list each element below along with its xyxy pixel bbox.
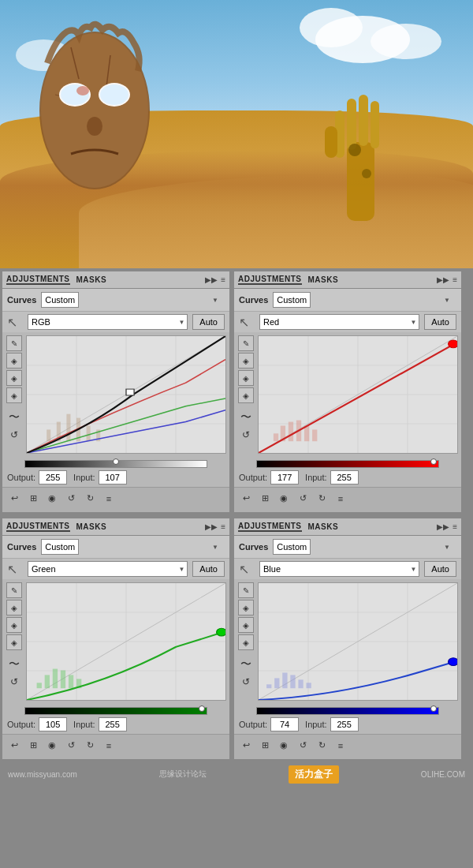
preset-select-blue[interactable]: Custom — [273, 539, 311, 555]
tb-undo-red[interactable]: ↺ — [296, 492, 310, 506]
tb-eye-blue[interactable]: ◉ — [277, 739, 291, 753]
input-value-green[interactable] — [99, 717, 127, 731]
preset-select-green[interactable]: Custom — [41, 539, 79, 555]
input-value-red[interactable] — [330, 470, 359, 485]
channel-select-wrapper-red[interactable]: Red — [259, 314, 419, 330]
auto-button-rgb[interactable]: Auto — [192, 314, 225, 330]
channel-select-green[interactable]: Green — [28, 561, 188, 577]
smooth-tool-red[interactable]: 〜 — [238, 410, 254, 425]
preset-select-wrapper-rgb[interactable]: Custom — [41, 292, 222, 308]
eyedropper1-red[interactable]: ◈ — [238, 353, 254, 369]
auto-button-blue[interactable]: Auto — [424, 561, 456, 577]
tab-adjustments-rgb[interactable]: ADJUSTMENTS — [6, 275, 70, 285]
tb-back-rgb[interactable]: ↩ — [7, 492, 21, 506]
tb-back-blue[interactable]: ↩ — [239, 739, 253, 753]
preset-select-wrapper-green[interactable]: Custom — [41, 539, 222, 555]
forward-icon-rgb[interactable]: ▶▶ — [205, 275, 218, 284]
tb-undo-green[interactable]: ↺ — [64, 739, 78, 753]
tb-grid-red[interactable]: ⊞ — [258, 492, 272, 506]
tb-undo-rgb[interactable]: ↺ — [64, 492, 78, 506]
tab-masks-rgb[interactable]: MASKS — [76, 275, 107, 284]
pencil-tool-rgb[interactable]: ✎ — [6, 335, 22, 351]
auto-button-red[interactable]: Auto — [424, 314, 456, 330]
tb-menu-blue[interactable]: ≡ — [333, 739, 348, 753]
tb-eye-red[interactable]: ◉ — [277, 492, 291, 506]
preset-select-red[interactable]: Custom — [273, 292, 311, 308]
forward-icon-red[interactable]: ▶▶ — [437, 275, 449, 284]
smooth-tool-blue[interactable]: 〜 — [238, 657, 254, 672]
menu-icon-rgb[interactable]: ≡ — [221, 275, 225, 284]
reset-tool-red[interactable]: ↺ — [238, 427, 254, 443]
tab-adjustments-green[interactable]: ADJUSTMENTS — [6, 522, 70, 532]
tb-back-red[interactable]: ↩ — [239, 492, 253, 506]
tab-masks-blue[interactable]: MASKS — [308, 522, 339, 531]
eyedropper1-green[interactable]: ◈ — [6, 600, 22, 615]
hand-figure — [307, 79, 410, 221]
reset-tool-rgb[interactable]: ↺ — [6, 427, 22, 443]
menu-icon-green[interactable]: ≡ — [221, 522, 225, 531]
reset-tool-blue[interactable]: ↺ — [238, 674, 254, 690]
pencil-tool-blue[interactable]: ✎ — [238, 582, 254, 598]
forward-icon-blue[interactable]: ▶▶ — [437, 522, 449, 531]
tab-adjustments-blue[interactable]: ADJUSTMENTS — [238, 522, 302, 532]
smooth-tool-rgb[interactable]: 〜 — [6, 410, 22, 425]
eyedropper1-blue[interactable]: ◈ — [238, 600, 254, 615]
pencil-tool-green[interactable]: ✎ — [6, 582, 22, 598]
preset-select-wrapper-red[interactable]: Custom — [273, 292, 453, 308]
tb-grid-blue[interactable]: ⊞ — [258, 739, 272, 753]
eyedropper3-green[interactable]: ◈ — [6, 634, 22, 650]
eyedropper3-rgb[interactable]: ◈ — [6, 387, 22, 403]
svg-point-46 — [449, 340, 458, 348]
tb-redo-red[interactable]: ↻ — [315, 492, 329, 506]
channel-select-wrapper-green[interactable]: Green — [28, 561, 188, 577]
tb-eye-rgb[interactable]: ◉ — [45, 492, 59, 506]
tb-menu-red[interactable]: ≡ — [333, 492, 348, 506]
tb-eye-green[interactable]: ◉ — [45, 739, 59, 753]
menu-icon-red[interactable]: ≡ — [453, 275, 457, 284]
channel-select-blue[interactable]: Blue — [259, 561, 419, 577]
output-row-green: Output: Input: — [2, 715, 229, 734]
tb-redo-blue[interactable]: ↻ — [315, 739, 329, 753]
forward-icon-green[interactable]: ▶▶ — [205, 522, 218, 531]
smooth-tool-green[interactable]: 〜 — [6, 657, 22, 672]
tb-redo-rgb[interactable]: ↻ — [83, 492, 97, 506]
input-value-rgb[interactable] — [99, 470, 127, 485]
preset-select-wrapper-blue[interactable]: Custom — [273, 539, 453, 555]
eyedropper3-blue[interactable]: ◈ — [238, 634, 254, 650]
menu-icon-blue[interactable]: ≡ — [453, 522, 457, 531]
svg-rect-30 — [87, 425, 91, 441]
tab-masks-red[interactable]: MASKS — [308, 275, 339, 284]
output-value-red[interactable] — [270, 470, 299, 485]
pencil-tool-red[interactable]: ✎ — [238, 335, 254, 351]
tb-menu-green[interactable]: ≡ — [102, 739, 116, 753]
tb-grid-green[interactable]: ⊞ — [26, 739, 40, 753]
auto-button-green[interactable]: Auto — [192, 561, 225, 577]
eyedropper2-red[interactable]: ◈ — [238, 370, 254, 386]
output-value-rgb[interactable] — [39, 470, 67, 485]
panel-header-green: ADJUSTMENTS MASKS ▶▶ ≡ — [2, 518, 229, 536]
tab-masks-green[interactable]: MASKS — [76, 522, 107, 531]
eyedropper2-blue[interactable]: ◈ — [238, 617, 254, 633]
preset-select-rgb[interactable]: Custom — [41, 292, 79, 308]
channel-select-red[interactable]: Red — [259, 314, 419, 330]
curves-area-rgb: ✎ ◈ ◈ ◈ 〜 ↺ — [2, 332, 229, 458]
eyedropper1-rgb[interactable]: ◈ — [6, 353, 22, 369]
output-value-blue[interactable] — [270, 717, 299, 731]
tb-grid-rgb[interactable]: ⊞ — [26, 492, 40, 506]
output-value-green[interactable] — [39, 717, 67, 731]
reset-tool-green[interactable]: ↺ — [6, 674, 22, 690]
preset-row-rgb: Curves Custom — [2, 289, 229, 312]
tb-back-green[interactable]: ↩ — [7, 739, 21, 753]
eyedropper2-green[interactable]: ◈ — [6, 617, 22, 633]
input-value-blue[interactable] — [330, 717, 359, 731]
eyedropper3-red[interactable]: ◈ — [238, 387, 254, 403]
tb-redo-green[interactable]: ↻ — [83, 739, 97, 753]
tab-adjustments-red[interactable]: ADJUSTMENTS — [238, 275, 302, 285]
channel-select-wrapper-blue[interactable]: Blue — [259, 561, 419, 577]
curves-tools-rgb: ✎ ◈ ◈ ◈ 〜 ↺ — [6, 335, 23, 455]
tb-undo-blue[interactable]: ↺ — [296, 739, 310, 753]
tb-menu-rgb[interactable]: ≡ — [102, 492, 116, 506]
channel-select-rgb[interactable]: RGB — [28, 314, 188, 330]
channel-select-wrapper-rgb[interactable]: RGB — [28, 314, 188, 330]
eyedropper2-rgb[interactable]: ◈ — [6, 370, 22, 386]
